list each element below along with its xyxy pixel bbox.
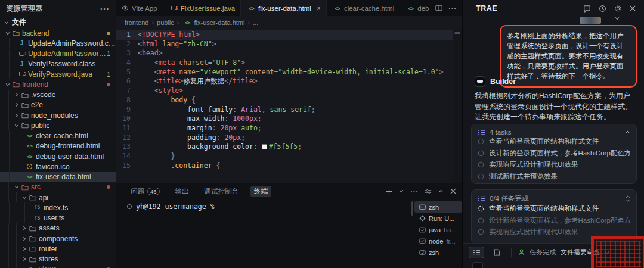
code-line-11[interactable]: 11 margin: 20px auto; xyxy=(116,124,462,133)
tab-vite-app[interactable]: Vite App xyxy=(116,0,163,16)
terminal-dropdown-icon[interactable] xyxy=(399,189,404,194)
tree-item-updateadminpassword-java[interactable]: UpdateAdminPassword.java1 xyxy=(0,49,116,59)
terminal-session-zsh[interactable]: zsh xyxy=(414,247,462,258)
task-icon xyxy=(419,227,426,233)
task-list-button[interactable] xyxy=(469,247,484,258)
tree-item-index-ts[interactable]: TSindex.ts xyxy=(0,202,116,213)
html-file-icon: <> xyxy=(26,173,33,181)
expand-icon[interactable] xyxy=(626,195,630,202)
todo-task-item[interactable]: 查看当前登录页面的结构和样式文件 xyxy=(478,136,630,148)
progress-task-item[interactable]: 设计新的登录页面样式，参考HashiCorp配色方案 xyxy=(478,215,630,227)
close-panel-icon[interactable] xyxy=(630,5,636,11)
close-panel-icon[interactable] xyxy=(450,188,456,194)
tree-item-components[interactable]: components xyxy=(0,233,116,244)
panel-tab-调试控制台[interactable]: 调试控制台 xyxy=(201,186,243,197)
breadcrumb-item[interactable]: public xyxy=(157,19,174,26)
code-line-1[interactable]: 1<!DOCTYPE html> xyxy=(116,30,462,40)
code-line-9[interactable]: 9 font-family: Arial, sans-serif; xyxy=(116,105,462,115)
tree-item-label: backend xyxy=(22,29,49,38)
tree-item-router[interactable]: router xyxy=(0,244,116,254)
tree-item-updateadminpassword-class[interactable]: JUpdateAdminPassword.class xyxy=(0,38,116,48)
code-line-12[interactable]: 12 padding: 20px; xyxy=(116,133,462,143)
todo-card-title: 4 tasks xyxy=(490,129,511,136)
tree-item-verifypassword-java[interactable]: VerifyPassword.java1 xyxy=(0,69,116,79)
terminal-output[interactable]: yh@192 usermanage % xyxy=(116,199,414,268)
split-editor-icon[interactable] xyxy=(435,5,442,11)
new-terminal-icon[interactable] xyxy=(386,188,392,195)
tree-item-e2e[interactable]: e2e xyxy=(0,100,116,110)
progress-card-header[interactable]: 0/4 任务完成 xyxy=(478,194,630,203)
session-label: zsh xyxy=(429,249,439,256)
tree-item-backend[interactable]: backend xyxy=(0,28,116,38)
indent-guide xyxy=(9,213,17,223)
terminal-scrollbar[interactable] xyxy=(411,201,413,216)
file-changes-button[interactable] xyxy=(489,247,504,258)
tree-item-user-ts[interactable]: TSuser.ts xyxy=(0,213,116,223)
maximize-panel-icon[interactable] xyxy=(438,189,444,194)
more-actions-icon[interactable] xyxy=(448,7,456,10)
tree-item-stores[interactable]: stores xyxy=(0,254,116,264)
code-line-15[interactable]: 15 .container { xyxy=(116,161,462,171)
tree-item-assets[interactable]: assets xyxy=(0,223,116,233)
todo-task-item[interactable]: 实现响应式设计和现代UI效果 xyxy=(478,159,630,171)
settings-gear-icon[interactable] xyxy=(614,5,622,13)
tree-item-node-modules[interactable]: node_modules xyxy=(0,110,116,120)
panel-tab-终端[interactable]: 终端 xyxy=(250,186,271,197)
tree-item-public[interactable]: public xyxy=(0,120,116,130)
code-line-4[interactable]: 4 <meta charset="UTF-8"> xyxy=(116,58,462,68)
breadcrumb-item[interactable]: frontend xyxy=(125,19,148,26)
attachment-thumbnail[interactable] xyxy=(580,17,601,24)
terminal-session-node[interactable]: nodefr... xyxy=(414,235,462,247)
tab-fixuserissue-java[interactable]: FixUserIssue.java xyxy=(163,0,241,16)
code-line-7[interactable]: 7 <style> xyxy=(116,86,462,96)
code-line-6[interactable]: 6 <title>修复用户数据</title> xyxy=(116,77,462,86)
todo-task-item[interactable]: 设计新的登录页面样式，参考HashiCorp配色方案 xyxy=(478,148,630,160)
tree-item-views[interactable]: views xyxy=(0,264,116,268)
terminal-views-icon[interactable] xyxy=(425,188,432,195)
code-line-10[interactable]: 10 max-width: 1000px; xyxy=(116,114,462,124)
breadcrumb-item[interactable]: ... xyxy=(253,19,258,26)
minimap[interactable] xyxy=(453,29,462,183)
breadcrumb-item[interactable]: fix-user-data.html xyxy=(194,19,244,26)
todo-tasks-card: 4 tasks 查看当前登录页面的结构和样式文件设计新的登录页面样式，参考Has… xyxy=(471,124,637,184)
todo-card-header[interactable]: 4 tasks xyxy=(478,129,630,136)
close-tab-icon[interactable]: × xyxy=(317,4,321,13)
todo-task-item[interactable]: 测试新样式并预览效果 xyxy=(478,171,630,183)
tree-item--vscode[interactable]: .vscode xyxy=(0,90,116,100)
code-line-5[interactable]: 5 <meta name="viewport" content="width=d… xyxy=(116,68,462,77)
more-actions-icon[interactable] xyxy=(410,190,418,192)
tree-item-src[interactable]: src xyxy=(0,182,116,192)
code-editor[interactable]: 1<!DOCTYPE html>2<html lang="zh-CN">3<he… xyxy=(116,29,462,183)
code-line-2[interactable]: 2<html lang="zh-CN"> xyxy=(116,40,462,49)
panel-tab-输出[interactable]: 输出 xyxy=(172,186,193,197)
code-line-14[interactable]: 14 } xyxy=(116,152,462,161)
code-line-3[interactable]: 3<head> xyxy=(116,49,462,58)
indent-guide xyxy=(9,161,17,172)
history-icon[interactable] xyxy=(599,5,606,13)
code-line-13[interactable]: 13 background-color: #f5f5f5; xyxy=(116,142,462,152)
tree-item-favicon-ico[interactable]: favicon.ico xyxy=(0,161,116,172)
tab-clear-cache-html[interactable]: <>clear-cache.html xyxy=(327,0,400,16)
tree-item-debug-user-data-html[interactable]: <>debug-user-data.html xyxy=(0,151,116,161)
panel-tab-问题[interactable]: 问题46 xyxy=(127,186,163,197)
tree-item-api[interactable]: api xyxy=(0,192,116,202)
progress-task-item[interactable]: 查看当前登录页面的结构和样式文件 xyxy=(478,203,630,215)
files-section-header[interactable]: 文件 xyxy=(0,17,116,28)
breadcrumb[interactable]: frontend›public›<>fix-user-data.html›... xyxy=(116,16,462,29)
minimap-slider[interactable] xyxy=(454,32,460,34)
tab-fix-user-data-html[interactable]: <>fix-user-data.html× xyxy=(241,0,327,16)
terminal-session-zsh[interactable]: zsh xyxy=(414,201,462,213)
tree-item-clear-cache-html[interactable]: <>clear-cache.html xyxy=(0,131,116,141)
tree-item-debug-frontend-html[interactable]: <>debug-frontend.html xyxy=(0,141,116,151)
code-line-8[interactable]: 8 body { xyxy=(116,96,462,105)
new-chat-icon[interactable] xyxy=(583,5,591,13)
tree-item-verifypassword-class[interactable]: JVerifyPassword.class xyxy=(0,59,116,69)
tree-item-frontend[interactable]: frontend xyxy=(0,79,116,89)
collapse-icon[interactable] xyxy=(625,130,630,135)
explorer-more-icon[interactable]: ··· xyxy=(100,4,110,13)
tree-item-fix-user-data-html[interactable]: <>fix-user-data.html xyxy=(0,172,116,182)
tab-debug[interactable]: <>debug xyxy=(400,0,429,16)
terminal-session-run-u-[interactable]: Run: U... xyxy=(414,213,462,224)
chevron-down-icon[interactable] xyxy=(615,16,620,21)
terminal-session-java[interactable]: javaba... xyxy=(414,224,462,235)
